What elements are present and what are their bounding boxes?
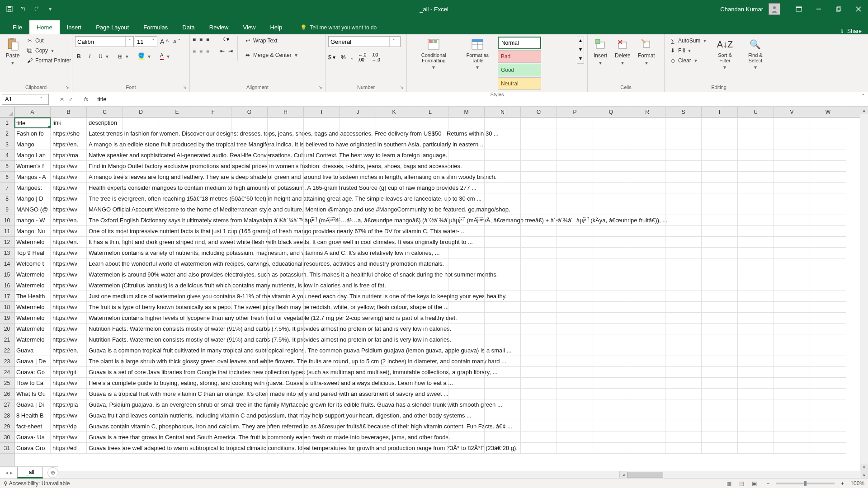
cell[interactable]: https://wv [51, 410, 87, 421]
cell[interactable] [521, 172, 557, 183]
cell[interactable] [665, 399, 702, 410]
cell[interactable] [521, 334, 557, 345]
cell[interactable] [340, 269, 376, 280]
cell[interactable] [665, 226, 702, 237]
cell[interactable] [593, 193, 629, 204]
row-header[interactable]: 29 [0, 421, 14, 432]
cell[interactable] [340, 280, 376, 291]
cell[interactable] [231, 193, 268, 204]
cell[interactable] [376, 193, 412, 204]
cell[interactable] [195, 334, 231, 345]
cell[interactable] [340, 410, 376, 421]
cell[interactable] [412, 269, 448, 280]
cell[interactable] [738, 291, 774, 302]
cell[interactable] [665, 139, 702, 150]
row-header[interactable]: 23 [0, 356, 14, 367]
cell[interactable] [231, 389, 268, 399]
cell[interactable] [557, 280, 593, 291]
number-format-combo[interactable]: ˅ [328, 36, 401, 47]
cell[interactable] [412, 324, 448, 334]
cell[interactable] [376, 399, 412, 410]
column-header-H[interactable]: H [268, 107, 304, 117]
cell[interactable] [340, 302, 376, 313]
cell[interactable]: A mango tree's leaves are long and leath… [87, 172, 123, 183]
accessibility-status[interactable]: ⚲ Accessibility: Unavailable [4, 480, 70, 487]
cell[interactable] [340, 193, 376, 204]
conditional-formatting-button[interactable]: Conditional Formatting▾ [410, 36, 458, 71]
cell[interactable] [557, 215, 593, 226]
cell[interactable]: https://git [51, 367, 87, 378]
cell[interactable] [629, 226, 665, 237]
cell[interactable] [702, 117, 738, 128]
cell[interactable] [774, 410, 810, 421]
row-header[interactable]: 15 [0, 269, 14, 280]
cell[interactable] [738, 204, 774, 215]
scroll-down-icon[interactable]: ▾ [860, 464, 868, 471]
cell[interactable] [159, 248, 195, 258]
cell[interactable] [448, 183, 485, 193]
cell[interactable] [412, 313, 448, 324]
cell[interactable] [557, 117, 593, 128]
cell[interactable] [231, 258, 268, 269]
cell[interactable] [268, 248, 304, 258]
cell[interactable] [340, 117, 376, 128]
cell[interactable]: Guava is a tree that grows in Central an… [87, 432, 123, 443]
style-scroll-up[interactable]: ▴ [577, 37, 584, 45]
cell[interactable] [557, 161, 593, 172]
number-dialog-icon[interactable]: ↘ [399, 84, 405, 90]
cell[interactable]: Find in Mango Outlet factory exclusive p… [87, 161, 123, 172]
cell[interactable] [195, 389, 231, 399]
cell[interactable]: link [51, 117, 87, 128]
cell[interactable] [702, 389, 738, 399]
cell[interactable] [702, 237, 738, 248]
cell[interactable]: https://wv [51, 291, 87, 302]
cell[interactable] [304, 334, 340, 345]
row-header[interactable]: 9 [0, 204, 14, 215]
clear-button[interactable]: ◇Clear▾ [667, 56, 709, 65]
cell[interactable] [123, 226, 159, 237]
align-center-button[interactable]: ≡ [199, 48, 203, 54]
align-right-button[interactable]: ≡ [206, 48, 209, 54]
cell[interactable] [485, 183, 521, 193]
cell[interactable] [665, 172, 702, 183]
tell-me[interactable]: 💡Tell me what you want to do [293, 21, 384, 34]
cell[interactable] [702, 161, 738, 172]
cell[interactable] [665, 183, 702, 193]
cell[interactable] [340, 443, 376, 454]
style-good[interactable]: Good [498, 64, 541, 76]
cell[interactable] [774, 313, 810, 324]
cell[interactable] [195, 139, 231, 150]
cell[interactable] [159, 237, 195, 248]
cell[interactable]: https://wv [51, 324, 87, 334]
cell[interactable]: The plant is a large shrub with thick gl… [87, 356, 123, 367]
cell[interactable] [810, 150, 846, 161]
new-sheet-button[interactable]: ⊕ [47, 467, 58, 478]
cell[interactable] [268, 345, 304, 356]
format-as-table-button[interactable]: Format as Table▾ [460, 36, 495, 71]
cell[interactable] [593, 334, 629, 345]
cell[interactable] [557, 313, 593, 324]
sheet-nav-next-icon[interactable]: ▸ [10, 469, 13, 476]
cell[interactable] [340, 237, 376, 248]
cell[interactable] [702, 183, 738, 193]
cell[interactable] [485, 248, 521, 258]
cell[interactable] [376, 313, 412, 324]
cell[interactable] [159, 161, 195, 172]
column-header-K[interactable]: K [376, 107, 412, 117]
cell[interactable]: Watermelon contains a variety of nutrien… [87, 248, 123, 258]
cell[interactable] [412, 258, 448, 269]
cell[interactable] [629, 378, 665, 389]
cell[interactable] [448, 193, 485, 204]
cell[interactable] [448, 367, 485, 378]
cell[interactable] [593, 356, 629, 367]
cell[interactable] [629, 128, 665, 139]
cell[interactable]: https://wv [51, 226, 87, 237]
redo-icon[interactable] [31, 3, 42, 15]
cell[interactable] [376, 150, 412, 161]
cell[interactable]: fact-sheet [14, 421, 51, 432]
cell[interactable] [376, 237, 412, 248]
cell[interactable]: Watermelo [14, 269, 51, 280]
cell[interactable] [412, 291, 448, 302]
cell[interactable]: https://wv [51, 204, 87, 215]
row-header[interactable]: 5 [0, 161, 14, 172]
